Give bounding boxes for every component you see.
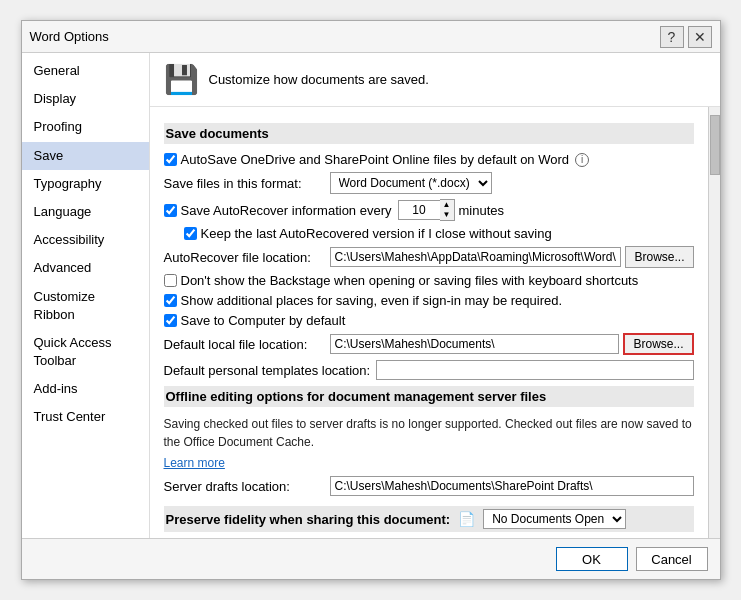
save-format-select[interactable]: Word Document (*.docx) — [330, 172, 492, 194]
autorecover-spinner: ▲ ▼ — [398, 199, 455, 221]
sidebar-item-advanced[interactable]: Advanced — [22, 254, 149, 282]
learn-more-row: Learn more — [164, 456, 694, 470]
save-format-select-wrap: Word Document (*.docx) — [330, 172, 492, 194]
main-panel: 💾 Customize how documents are saved. Sav… — [150, 53, 720, 538]
scrollbar-thumb[interactable] — [710, 115, 720, 175]
dont-show-backstage-label[interactable]: Don't show the Backstage when opening or… — [164, 273, 639, 288]
autorecover-location-row: AutoRecover file location: Browse... — [164, 246, 694, 268]
default-personal-label: Default personal templates location: — [164, 363, 371, 378]
save-to-computer-text: Save to Computer by default — [181, 313, 346, 328]
autorecover-location-label: AutoRecover file location: — [164, 250, 324, 265]
server-drafts-row: Server drafts location: — [164, 476, 694, 496]
autosave-row: AutoSave OneDrive and SharePoint Online … — [164, 152, 694, 167]
sidebar: General Display Proofing Save Typography… — [22, 53, 150, 538]
show-additional-row: Show additional places for saving, even … — [164, 293, 694, 308]
sidebar-item-customize-ribbon[interactable]: Customize Ribbon — [22, 283, 149, 329]
keep-last-row: Keep the last AutoRecovered version if I… — [184, 226, 694, 241]
default-local-row: Default local file location: Browse... — [164, 333, 694, 355]
spinner-up-btn[interactable]: ▲ — [440, 200, 454, 210]
spinner-controls: ▲ ▼ — [440, 199, 455, 221]
dont-show-backstage-row: Don't show the Backstage when opening or… — [164, 273, 694, 288]
sidebar-item-proofing[interactable]: Proofing — [22, 113, 149, 141]
title-bar: Word Options ? ✕ — [22, 21, 720, 53]
autosave-text: AutoSave OneDrive and SharePoint Online … — [181, 152, 570, 167]
autorecover-label: Save AutoRecover information every — [164, 203, 392, 218]
scrollbar[interactable] — [708, 107, 720, 538]
preserve-row: Preserve fidelity when sharing this docu… — [166, 509, 694, 529]
autorecover-minutes-input[interactable] — [398, 200, 440, 220]
save-to-computer-row: Save to Computer by default — [164, 313, 694, 328]
autorecover-text: Save AutoRecover information every — [181, 203, 392, 218]
sidebar-item-accessibility[interactable]: Accessibility — [22, 226, 149, 254]
spinner-down-btn[interactable]: ▼ — [440, 210, 454, 220]
bottom-bar: OK Cancel — [22, 538, 720, 579]
ok-button[interactable]: OK — [556, 547, 628, 571]
save-icon: 💾 — [164, 63, 199, 96]
default-local-browse-button[interactable]: Browse... — [623, 333, 693, 355]
close-button[interactable]: ✕ — [688, 26, 712, 48]
autorecover-browse-button[interactable]: Browse... — [625, 246, 693, 268]
offline-section-header: Offline editing options for document man… — [164, 386, 694, 407]
autorecover-location-input[interactable] — [330, 247, 622, 267]
word-options-dialog: Word Options ? ✕ General Display Proofin… — [21, 20, 721, 580]
server-drafts-label: Server drafts location: — [164, 479, 324, 494]
save-format-label: Save files in this format: — [164, 176, 324, 191]
dialog-content: General Display Proofing Save Typography… — [22, 53, 720, 538]
autorecover-row: Save AutoRecover information every ▲ ▼ m… — [164, 199, 694, 221]
sidebar-item-language[interactable]: Language — [22, 198, 149, 226]
dont-show-backstage-checkbox[interactable] — [164, 274, 177, 287]
preserve-fidelity-select[interactable]: No Documents Open — [483, 509, 626, 529]
default-personal-row: Default personal templates location: — [164, 360, 694, 380]
main-body: Save documents AutoSave OneDrive and Sha… — [150, 107, 708, 538]
main-header: 💾 Customize how documents are saved. — [150, 53, 720, 107]
help-button[interactable]: ? — [660, 26, 684, 48]
sidebar-item-save[interactable]: Save — [22, 142, 149, 170]
minutes-label: minutes — [459, 203, 505, 218]
autosave-checkbox[interactable] — [164, 153, 177, 166]
default-local-input[interactable] — [330, 334, 620, 354]
sidebar-item-trust-center[interactable]: Trust Center — [22, 403, 149, 431]
dialog-title: Word Options — [30, 29, 660, 44]
keep-last-label[interactable]: Keep the last AutoRecovered version if I… — [184, 226, 552, 241]
autorecover-checkbox[interactable] — [164, 204, 177, 217]
offline-description-text: Saving checked out files to server draft… — [164, 415, 694, 451]
header-description: Customize how documents are saved. — [209, 72, 429, 87]
learn-more-link[interactable]: Learn more — [164, 456, 225, 470]
autosave-label[interactable]: AutoSave OneDrive and SharePoint Online … — [164, 152, 590, 167]
keep-last-text: Keep the last AutoRecovered version if I… — [201, 226, 552, 241]
save-documents-section-header: Save documents — [164, 123, 694, 144]
show-additional-checkbox[interactable] — [164, 294, 177, 307]
keep-last-checkbox[interactable] — [184, 227, 197, 240]
sidebar-item-display[interactable]: Display — [22, 85, 149, 113]
sidebar-item-typography[interactable]: Typography — [22, 170, 149, 198]
sidebar-item-quick-access[interactable]: Quick Access Toolbar — [22, 329, 149, 375]
server-drafts-input[interactable] — [330, 476, 694, 496]
default-personal-input[interactable] — [376, 360, 693, 380]
sidebar-item-general[interactable]: General — [22, 57, 149, 85]
cancel-button[interactable]: Cancel — [636, 547, 708, 571]
save-to-computer-checkbox[interactable] — [164, 314, 177, 327]
save-format-row: Save files in this format: Word Document… — [164, 172, 694, 194]
default-local-label: Default local file location: — [164, 337, 324, 352]
show-additional-text: Show additional places for saving, even … — [181, 293, 563, 308]
preserve-fidelity-label: Preserve fidelity when sharing this docu… — [166, 512, 451, 527]
sidebar-item-addins[interactable]: Add-ins — [22, 375, 149, 403]
title-controls: ? ✕ — [660, 26, 712, 48]
autosave-info-icon[interactable]: i — [575, 153, 589, 167]
document-icon: 📄 — [458, 511, 475, 527]
save-to-computer-label[interactable]: Save to Computer by default — [164, 313, 346, 328]
preserve-fidelity-section-header: Preserve fidelity when sharing this docu… — [164, 506, 694, 532]
dont-show-backstage-text: Don't show the Backstage when opening or… — [181, 273, 639, 288]
show-additional-label[interactable]: Show additional places for saving, even … — [164, 293, 563, 308]
